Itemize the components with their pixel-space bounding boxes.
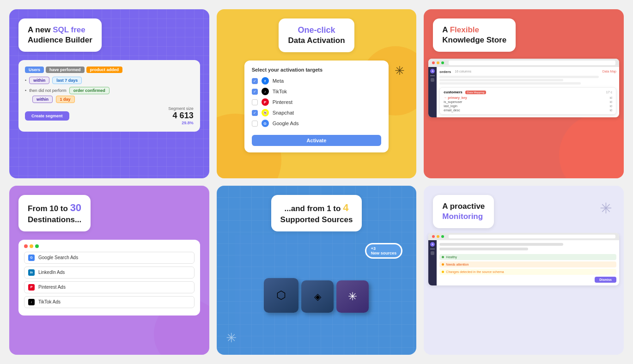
activation-item-tiktok: ♪ TikTok: [252, 88, 382, 95]
card-sources: ...and from 1 to 4 Supported Sources ⬡: [217, 186, 417, 355]
customers-count: 17 c: [606, 91, 612, 94]
checkbox-snapchat[interactable]: [252, 110, 258, 116]
ab-tags: Users have performed product added: [25, 67, 194, 73]
ll-val: id: [610, 104, 612, 108]
db-orders-cols: 16 columns: [455, 70, 471, 74]
card-5-label: ...and from 1 to 4 Supported Sources: [271, 195, 362, 231]
dismiss-button[interactable]: Dismiss: [595, 277, 616, 283]
card-1-content: Users have performed product added • wit…: [9, 56, 209, 178]
mon-dot-green: [441, 235, 444, 238]
mon-label-attention: Needs attention: [446, 263, 469, 266]
su-val: id: [610, 100, 612, 103]
card-audience-builder: A new SQL free Audience Builder Users ha…: [9, 9, 209, 178]
dest-dot-yellow: [30, 244, 33, 248]
card-3-title-line2: Knowledge Store: [442, 35, 506, 45]
db-data-map: Data Map: [603, 70, 616, 74]
checkbox-pinterest[interactable]: [252, 99, 258, 105]
cubes-visual: ⬡ ◈ ✳: [264, 278, 369, 313]
db-main: orders 16 columns Data Map: [437, 67, 619, 117]
ll-label: last_login: [444, 104, 457, 108]
customers-row-pk: → primary_key id: [444, 96, 612, 99]
ab-days-badge: last 7 days: [52, 77, 82, 84]
db-row-2: [439, 79, 563, 81]
cube-1: ⬡: [264, 278, 298, 313]
mon-content: A Healthy: [428, 240, 619, 285]
chrome-url-bar: [449, 61, 615, 65]
cube-wrapper-3: ✳: [336, 280, 369, 313]
ab-bottom: Create segment Segment size 4 613 29.8%: [25, 106, 194, 125]
cube-1-icon: ⬡: [276, 289, 286, 302]
customers-panel: customers Data Mapping 17 c → primary_ke…: [439, 87, 616, 115]
em-val: id: [610, 109, 612, 112]
dest-logo-google: G: [28, 255, 35, 261]
card-4-accent: 30: [70, 202, 81, 213]
mon-browser-chrome: [428, 233, 619, 240]
card-1-title-line2: Audience Builder: [28, 35, 92, 45]
ab-row-3: within 1 day: [32, 97, 194, 102]
dest-item-google: G Google Search Ads: [24, 252, 195, 264]
create-segment-button[interactable]: Create segment: [25, 111, 69, 121]
activation-item-meta: f Meta: [252, 77, 382, 85]
snapchat-icon: 👻: [262, 109, 269, 116]
main-grid: A new SQL free Audience Builder Users ha…: [0, 0, 633, 364]
segment-label: Segment size: [168, 106, 194, 111]
mon-sidebar-icon: [431, 251, 434, 255]
card-3-accent: Flexible: [450, 25, 479, 34]
pk-val: id: [610, 96, 612, 99]
db-sidebar: A: [428, 67, 437, 117]
dest-name-linkedin: LinkedIn Ads: [38, 270, 65, 275]
card-knowledge-store: A Flexible Knowledge Store: [424, 9, 624, 178]
meta-icon: f: [262, 77, 269, 85]
chrome-dot-green: [441, 61, 444, 64]
ab-within-badge: within: [29, 77, 49, 84]
mon-dot-attention: [442, 263, 444, 266]
checkbox-google[interactable]: [252, 121, 258, 127]
tiktok-label: TikTok: [273, 89, 287, 94]
mon-btn-wrapper: Dismiss: [439, 277, 616, 283]
card-2-title-line1: One-click: [288, 25, 345, 36]
tag-product: product added: [86, 67, 123, 73]
card-2-label: One-click Data Activation: [279, 18, 354, 52]
card-4-title-line1: From 10 to 30: [28, 201, 81, 215]
cube-2: ◈: [301, 280, 334, 313]
cube-wrapper-2: ◈: [301, 280, 334, 313]
mon-alert-attention: Needs attention: [439, 261, 616, 267]
card-4-title-line2: Destinations...: [28, 215, 81, 225]
card-6-label: A proactive Monitoring: [433, 195, 494, 228]
activate-button[interactable]: Activate: [252, 135, 382, 146]
ab-within2: within: [32, 96, 53, 103]
dest-logo-pinterest: P: [28, 284, 35, 291]
dest-name-google: Google Search Ads: [38, 255, 78, 260]
em-label: email_desc: [444, 109, 460, 112]
segment-size: Segment size 4 613 29.8%: [168, 106, 194, 125]
destinations-panel: G Google Search Ads in LinkedIn Ads P Pi…: [18, 240, 200, 315]
browser-chrome-card3: [428, 59, 619, 67]
db-row-3: [439, 82, 581, 85]
customers-row-em: email_desc id: [444, 109, 612, 112]
dest-dot-red: [24, 244, 28, 248]
checkbox-meta[interactable]: [252, 78, 258, 84]
card-5-title-line1: ...and from 1 to 4: [280, 201, 353, 215]
ab-order-badge: order confirmed: [69, 87, 110, 94]
ab-1day: 1 day: [56, 96, 75, 103]
mon-alert-healthy: Healthy: [439, 254, 616, 260]
pinterest-label: Pinterest: [273, 99, 292, 105]
mon-dot-healthy: [442, 256, 444, 258]
card-5-accent: 4: [343, 202, 348, 213]
card-4-label: From 10 to 30 Destinations...: [18, 195, 91, 231]
cube-2-icon: ◈: [314, 291, 321, 302]
card-3-content: A orders 16 columns Data Map: [424, 56, 624, 178]
db-sidebar-icon: [431, 78, 434, 82]
card-1-accent: SQL free: [53, 25, 85, 34]
dest-logo-tiktok: ♪: [28, 299, 35, 305]
dest-name-tiktok: TikTok Ads: [38, 299, 61, 304]
card-5-title-line2: Supported Sources: [280, 215, 353, 225]
db-rows: [439, 76, 616, 85]
customers-row-su: is_superuser id: [444, 100, 612, 103]
mon-main: Healthy Needs attention Changes detected…: [437, 240, 619, 285]
new-badge-label: New sources: [371, 251, 397, 255]
checkbox-tiktok[interactable]: [252, 89, 258, 95]
su-label: is_superuser: [444, 100, 462, 103]
card-6-accent: Monitoring: [442, 212, 485, 222]
ab-did-not: then did not perform: [29, 88, 67, 93]
